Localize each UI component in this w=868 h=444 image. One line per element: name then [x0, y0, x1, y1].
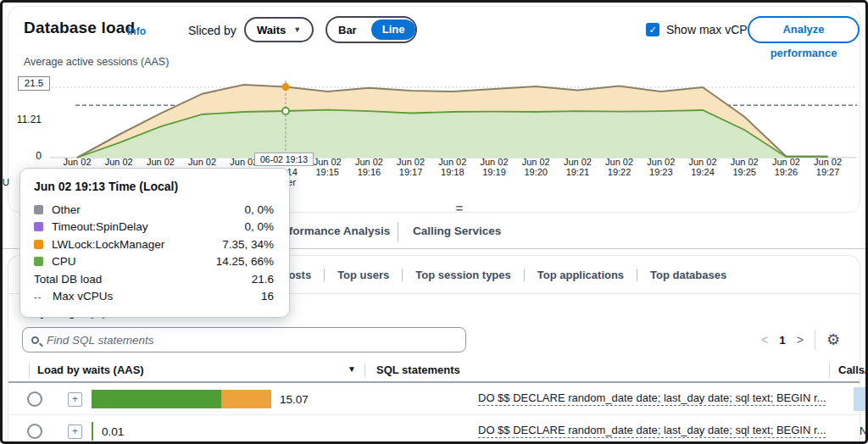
- series-swatch-icon: [34, 222, 43, 231]
- sort-descending-icon[interactable]: ▼: [348, 364, 356, 374]
- x-axis-tick: Jun 0219:16: [345, 157, 392, 177]
- load-bar: [92, 422, 93, 441]
- y-axis-tick: 11.21: [8, 114, 42, 125]
- sub-tab-top-session-types[interactable]: Top session types: [402, 269, 523, 281]
- row-radio-button[interactable]: [27, 391, 42, 407]
- chevron-left-icon[interactable]: <: [761, 333, 768, 347]
- load-by-waits-cell: 15.07: [92, 383, 309, 415]
- tooltip-rows: Other0, 0%Timeout:SpinDelay0, 0%LWLock:L…: [34, 201, 274, 270]
- series-swatch-icon: [34, 205, 43, 214]
- x-axis-tick: Jun 0219:20: [512, 157, 559, 177]
- series-swatch-icon: [34, 240, 43, 249]
- table-row: +15.07DO $$ DECLARE random_date date; la…: [8, 383, 860, 415]
- sub-tab-top-applications[interactable]: Top applications: [524, 269, 637, 281]
- sql-statement-link[interactable]: DO $$ DECLARE random_date date; last_day…: [478, 424, 826, 438]
- tab-calling-services[interactable]: Calling Services: [413, 225, 501, 237]
- x-axis-tick: Jun 0219:23: [637, 157, 685, 177]
- calls-value: N/A: [860, 425, 868, 437]
- calls-histogram-bar: [854, 387, 868, 411]
- tooltip-row: LWLock:LockManager7.35, 34%: [34, 236, 274, 253]
- load-value: 0.01: [102, 425, 124, 438]
- x-axis-tick: Jun 0219:24: [679, 157, 726, 177]
- gear-icon[interactable]: ⚙: [826, 332, 840, 347]
- search-input[interactable]: [47, 334, 457, 347]
- chart-tooltip: Jun 02 19:13 Time (Local) Other0, 0%Time…: [19, 168, 290, 318]
- expand-icon[interactable]: +: [68, 425, 82, 439]
- max-vcpus-label: Max vCPUs: [53, 290, 261, 302]
- column-calls: Calls/: [838, 364, 868, 376]
- load-value: 15.07: [280, 393, 309, 406]
- x-axis-tick: Jun 0219:27: [804, 157, 852, 177]
- x-axis-tick: Jun 0219:21: [554, 157, 601, 177]
- row-radio-button[interactable]: [27, 424, 42, 439]
- sub-tab-top-users[interactable]: Top users: [324, 269, 402, 281]
- x-axis-tick: Jun 0219:22: [596, 157, 643, 177]
- y-axis-max-load-label: 21.5: [18, 76, 50, 91]
- sub-tabs: Top hostsTop usersTop session typesTop a…: [259, 256, 739, 294]
- series-swatch-icon: [34, 257, 43, 266]
- x-axis-tick: Jun 0219:17: [387, 157, 435, 177]
- column-load-by-waits: Load by waits (AAS): [37, 364, 144, 376]
- chevron-right-icon[interactable]: >: [797, 333, 804, 347]
- max-vcpus-value: 16: [261, 290, 274, 302]
- sql-table-header: Load by waits (AAS) ▼ SQL statements Cal…: [8, 359, 860, 383]
- search-icon: [31, 336, 39, 344]
- tab-divider: [398, 222, 398, 241]
- app-window: Database load Info Sliced by Waits ▼ Bar…: [0, 0, 868, 444]
- tooltip-total-row: Total DB load 21.6: [34, 270, 274, 288]
- sql-statement-link[interactable]: DO $$ DECLARE random_date date; last_day…: [478, 391, 826, 406]
- column-divider: [29, 364, 30, 378]
- load-bar: [92, 390, 271, 408]
- dashed-line-icon: --: [34, 291, 44, 302]
- hovered-time-label: 06-02 19:13: [254, 153, 314, 166]
- tooltip-max-vcpu-row: -- Max vCPUs 16: [34, 288, 274, 306]
- total-db-load-label: Total DB load: [34, 273, 252, 286]
- y-axis-tick: 0: [8, 150, 42, 162]
- x-axis-tick: Jun 0219:26: [762, 157, 810, 177]
- pager-divider: [815, 330, 815, 350]
- pagination: < 1 > ⚙: [761, 327, 840, 352]
- tooltip-row: CPU14.25, 66%: [34, 253, 274, 271]
- tooltip-title: Jun 02 19:13 Time (Local): [34, 180, 274, 193]
- column-divider: [364, 364, 365, 378]
- tooltip-row: Timeout:SpinDelay0, 0%: [34, 219, 274, 236]
- sql-search-box: [22, 327, 466, 352]
- tooltip-row: Other0, 0%: [34, 201, 274, 219]
- expand-icon[interactable]: +: [68, 392, 82, 407]
- x-axis-tick: Jun 0219:19: [470, 157, 518, 177]
- column-sql-statements: SQL statements: [376, 364, 460, 376]
- column-divider: [829, 364, 830, 378]
- x-axis-tick: Jun 0219:25: [721, 157, 768, 177]
- legend-item: CPU: [0, 177, 9, 187]
- page-number[interactable]: 1: [779, 334, 786, 347]
- table-row: +0.01DO $$ DECLARE random_date date; las…: [8, 415, 860, 444]
- x-axis-tick: Jun 0219:18: [429, 157, 476, 177]
- panel-resize-handle-icon[interactable]: =: [445, 201, 474, 215]
- load-by-waits-cell: 0.01: [92, 415, 124, 444]
- total-db-load-value: 21.6: [252, 273, 274, 286]
- sub-tab-top-databases[interactable]: Top databases: [637, 269, 739, 281]
